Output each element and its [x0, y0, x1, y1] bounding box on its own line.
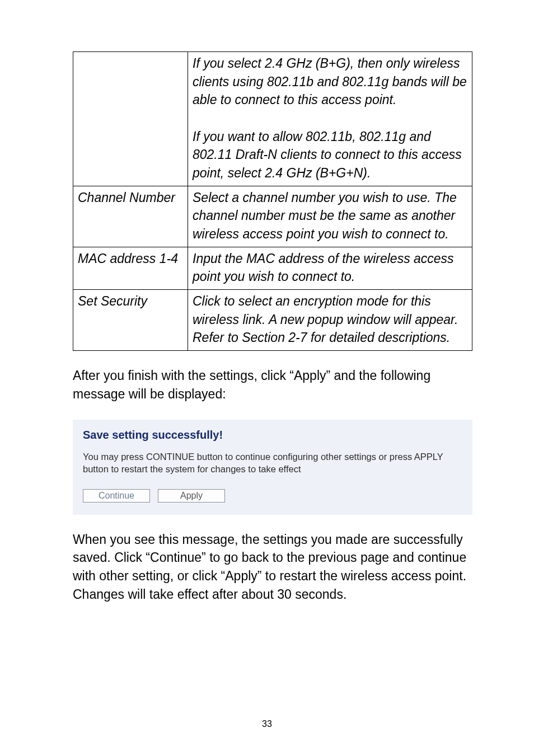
settings-table: If you select 2.4 GHz (B+G), then only w… [73, 51, 472, 351]
paragraph-after-table: After you finish with the settings, clic… [73, 367, 472, 403]
save-box-buttons: Continue Apply [83, 489, 462, 503]
save-box-text: You may press CONTINUE button to continu… [83, 450, 462, 476]
apply-button[interactable]: Apply [158, 489, 225, 503]
row0-label [73, 52, 188, 186]
paragraph-bottom: When you see this message, the settings … [73, 530, 472, 604]
continue-button[interactable]: Continue [83, 489, 150, 503]
row0-text: If you select 2.4 GHz (B+G), then only w… [188, 52, 472, 186]
row2-text: Input the MAC address of the wireless ac… [188, 247, 472, 289]
page-number: 33 [0, 719, 534, 729]
row3-label: Set Security [73, 289, 188, 350]
row1-label: Channel Number [73, 186, 188, 247]
row1-text: Select a channel number you wish to use.… [188, 186, 472, 247]
save-box-title: Save setting successfully! [83, 429, 462, 442]
save-message-box: Save setting successfully! You may press… [73, 420, 472, 515]
row2-label: MAC address 1-4 [73, 247, 188, 289]
row3-text: Click to select an encryption mode for t… [188, 289, 472, 350]
